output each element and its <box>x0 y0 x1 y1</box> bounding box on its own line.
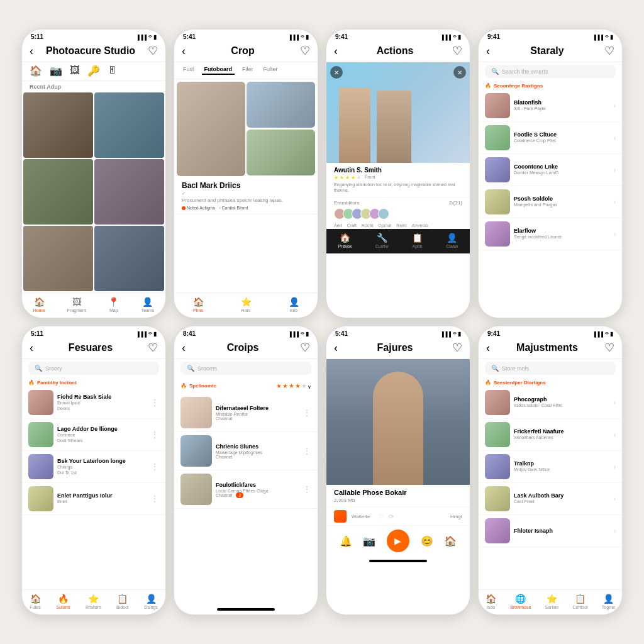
search-bar-5[interactable]: 🔍 Sroory <box>28 362 159 375</box>
tab-sarline[interactable]: ⭐ Sarline <box>545 594 559 609</box>
tab-isdo[interactable]: 🏠 Isdo <box>486 594 496 609</box>
feature-item-3[interactable]: Enlet Panttigus Iolur Enlet ⋮ <box>22 483 165 515</box>
feature-item-2[interactable]: Bsk Your Laterloon longe Chiorga Dul To … <box>22 451 165 483</box>
heart-button-6[interactable]: ♡ <box>300 341 310 355</box>
crops-section-label: Spclinomtc <box>189 383 216 389</box>
tab-rraltom[interactable]: ⭐ Rraltom <box>86 594 101 609</box>
maj-item-2[interactable]: Tralknp Mnlpiv Garv Nrlice › <box>479 451 622 483</box>
tab-fragment-1[interactable]: 🖼 Fragment <box>67 297 86 313</box>
maj-item-0[interactable]: Phocograph Irstlos soloto- Coral Fiflel … <box>479 387 622 419</box>
list-item-4-1[interactable]: Footlie S Cltuce Cotalnerce Crop Flret › <box>479 122 622 154</box>
search-bar-4[interactable]: 🔍 Search the emerts <box>485 65 616 78</box>
heart-button-7[interactable]: ♡ <box>452 341 462 355</box>
feature-item-1[interactable]: Lago Addor De llionge Conneoe Doat Slhea… <box>22 419 165 451</box>
sub-tab-filer[interactable]: Filer <box>240 65 256 75</box>
feature-item-0[interactable]: Fiohd Re Bask Siale Ennvrl lpion Deoris … <box>22 387 165 419</box>
crop-cell-2[interactable] <box>247 82 315 128</box>
back-button-5[interactable]: ‹ <box>30 341 33 355</box>
crop-item-1[interactable]: Chrienic Slunes Mawertage Miptlogmies Ch… <box>174 432 318 470</box>
list-item-4-4[interactable]: Elarflow Senge incoaleed Laonre › <box>479 218 622 250</box>
crops-chevron-down[interactable] <box>308 380 311 391</box>
crop-dots-0[interactable]: ⋮ <box>303 408 311 418</box>
tab-plrns[interactable]: 🏠 Plrns <box>193 297 204 313</box>
close-button-left[interactable]: ✕ <box>330 66 343 79</box>
close-button-right[interactable]: ✕ <box>453 66 466 79</box>
search-bar-6[interactable]: 🔍 Srooms <box>180 362 311 375</box>
tab-custiw[interactable]: 🔧 Custiw <box>375 233 389 248</box>
smiley-icon-7[interactable]: 😊 <box>421 535 433 547</box>
crop-item-0[interactable]: Difernataeel Foltere Mtstable-Rnoltor Ch… <box>174 394 318 432</box>
sub-tab-fust[interactable]: Fust <box>180 65 197 75</box>
maj-item-4[interactable]: Fhloter Isnaph › <box>479 515 622 547</box>
crop-dots-1[interactable]: ⋮ <box>303 446 311 456</box>
tab-clasw[interactable]: 👤 Clasw <box>446 233 458 248</box>
camera-icon[interactable]: 📷 <box>50 65 62 77</box>
tab-ello[interactable]: 👤 Ello <box>289 297 299 313</box>
list-item-4-2[interactable]: Cocontcnc Lnke Domter Measgn Lomt5 › <box>479 154 622 186</box>
wifi-icon-7 <box>453 330 456 337</box>
tab-contool[interactable]: 📋 Contool <box>573 594 588 609</box>
search-bar-8[interactable]: 🔍 Store mols <box>485 362 616 375</box>
back-button-2[interactable]: ‹ <box>182 45 186 58</box>
bell-icon-7[interactable]: 🔔 <box>340 535 352 547</box>
crop-dots-2[interactable]: ⋮ <box>303 484 311 494</box>
crop-item-2[interactable]: Foulotlickfares Local Cemaa Pftees Golga… <box>174 470 318 509</box>
photo-cell-4[interactable] <box>94 159 164 225</box>
tab-aptin[interactable]: 📋 Aptin <box>412 233 423 248</box>
sub-tab-futoboard[interactable]: Futoboard <box>202 65 235 75</box>
tab-togme[interactable]: 👤 Togme <box>602 594 615 609</box>
maj-item-1[interactable]: Frickerfetl Naafure Snoolthers Adoeries … <box>479 419 622 451</box>
actions-title: Awutin S. Smith <box>334 167 462 174</box>
tab-home-1[interactable]: 🏠 Home <box>33 297 45 313</box>
crop-cell-3[interactable] <box>247 130 315 175</box>
status-icons-8 <box>592 330 613 337</box>
list-item-4-0[interactable]: Blatonfish lloll - Fare Payte › <box>479 90 622 122</box>
back-button-7[interactable]: ‹ <box>334 341 338 355</box>
photo-cell-3[interactable] <box>23 159 93 225</box>
photo-cell-2[interactable] <box>94 92 164 158</box>
slider-icon[interactable]: 🎚 <box>108 65 118 77</box>
tab-prevok[interactable]: 🏠 Prevok <box>338 233 352 248</box>
play-button-7[interactable]: ▶ <box>387 530 409 552</box>
photo-icon-7[interactable]: 📷 <box>363 535 375 547</box>
search-icon-8: 🔍 <box>491 365 499 372</box>
heart-button-2[interactable]: ♡ <box>300 44 310 58</box>
tab-rars[interactable]: ⭐ Rars <box>241 297 252 313</box>
crop-thumb-1 <box>180 435 212 467</box>
dots-5-2[interactable]: ⋮ <box>150 462 159 472</box>
key-icon[interactable]: 🔑 <box>87 65 100 77</box>
tab-bidoot[interactable]: 📋 Bidoot <box>116 594 129 609</box>
maj-item-3[interactable]: Lask Aulboth Bary Cast Pntet › <box>479 483 622 515</box>
heart-button-8[interactable]: ♡ <box>604 341 614 355</box>
content-5: Fiohd Re Bask Siale Ennvrl lpion Deoris … <box>22 387 165 589</box>
photo-cell-6[interactable] <box>94 226 164 291</box>
back-button-4[interactable]: ‹ <box>486 45 490 58</box>
photo-cell-5[interactable] <box>23 226 93 291</box>
dots-5-1[interactable]: ⋮ <box>150 430 159 440</box>
home-indicator-7 <box>369 560 426 562</box>
crop-cell-1[interactable] <box>177 82 245 176</box>
heart-button-5[interactable]: ♡ <box>148 341 158 355</box>
tab-sutono[interactable]: 🔥 Sutono <box>56 594 70 609</box>
photo-cell-1[interactable] <box>23 92 93 158</box>
back-button-6[interactable]: ‹ <box>182 341 186 355</box>
dots-5-3[interactable]: ⋮ <box>150 494 159 504</box>
list-item-4-3[interactable]: Psosh Soldole Mampells and Privgas › <box>479 186 622 218</box>
tab-dsings[interactable]: 👤 Dsings <box>144 594 157 609</box>
home-icon-7[interactable]: 🏠 <box>444 535 457 547</box>
heart-button-3[interactable]: ♡ <box>452 44 462 58</box>
page-title-3: Actions <box>377 45 414 57</box>
back-button-3[interactable]: ‹ <box>334 45 338 58</box>
home-icon[interactable]: 🏠 <box>30 65 42 77</box>
heart-button-4[interactable]: ♡ <box>604 44 614 58</box>
tab-teams-1[interactable]: 👤 Teams <box>142 297 155 313</box>
tab-futes[interactable]: 🏠 Futes <box>30 594 41 609</box>
back-button-1[interactable]: ‹ <box>30 45 33 58</box>
tab-map-1[interactable]: 📍 Map <box>108 297 119 313</box>
dots-5-0[interactable]: ⋮ <box>150 397 159 408</box>
tab-browmose[interactable]: 🌐 Browmose <box>510 594 531 609</box>
heart-button-1[interactable]: ♡ <box>148 44 158 58</box>
sub-tab-fulter[interactable]: Fulter <box>261 65 280 75</box>
back-button-8[interactable]: ‹ <box>486 341 490 355</box>
frame-icon[interactable]: 🖼 <box>70 65 80 77</box>
